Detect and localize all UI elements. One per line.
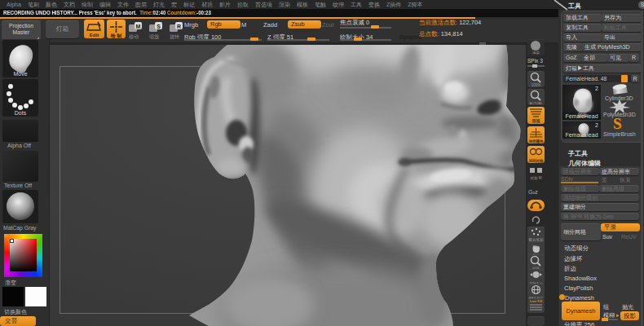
svg-text:Line Fill: Line Fill — [530, 299, 542, 303]
svg-text:R: R — [177, 24, 181, 29]
svg-text:M: M — [136, 24, 141, 29]
svg-text:对称 M: 对称 M — [531, 176, 542, 180]
svg-text:透视: 透视 — [532, 118, 541, 124]
svg-text:100%: 100% — [532, 83, 541, 87]
svg-text:地面栅格: 地面栅格 — [528, 139, 545, 144]
svg-text:ACTUAL: ACTUAL — [530, 101, 544, 105]
svg-text:绘 制: 绘 制 — [110, 33, 122, 39]
svg-text:渲染: 渲染 — [532, 51, 540, 55]
svg-text:S: S — [157, 24, 161, 29]
svg-text:Edit: Edit — [90, 33, 99, 37]
svg-text:局部对称: 局部对称 — [528, 158, 545, 164]
